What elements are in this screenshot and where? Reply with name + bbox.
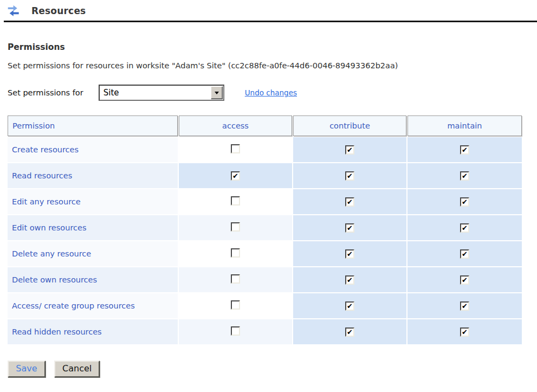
cell-contribute: ✔ <box>293 189 406 214</box>
permissions-table-body: Create resources ✔ ✔ Read resources ✔ ✔ … <box>8 137 522 344</box>
combo-dropdown-button[interactable] <box>211 86 223 99</box>
column-header-permission: Permission <box>8 115 178 136</box>
role-select[interactable]: Site <box>99 85 224 101</box>
access-checkbox[interactable] <box>231 144 240 153</box>
cell-access <box>179 137 292 162</box>
cell-contribute: ✔ <box>293 163 406 188</box>
maintain-checkbox[interactable]: ✔ <box>460 301 469 311</box>
cell-access <box>179 241 292 266</box>
cell-contribute: ✔ <box>293 241 406 266</box>
permission-label: Access/ create group resources <box>8 293 178 318</box>
maintain-checkbox[interactable]: ✔ <box>460 145 469 155</box>
table-row: Read resources ✔ ✔ ✔ <box>8 163 522 188</box>
contribute-checkbox[interactable]: ✔ <box>345 145 354 155</box>
contribute-checkbox[interactable]: ✔ <box>345 249 354 259</box>
cell-contribute: ✔ <box>293 267 406 292</box>
role-select-value: Site <box>103 88 119 98</box>
undo-changes-link[interactable]: Undo changes <box>245 88 297 97</box>
cell-contribute: ✔ <box>293 137 406 162</box>
maintain-checkbox[interactable]: ✔ <box>460 171 469 181</box>
table-row: Read hidden resources ✔ ✔ <box>8 319 522 344</box>
cell-access: ✔ <box>179 163 292 188</box>
contribute-checkbox[interactable]: ✔ <box>345 327 354 337</box>
access-checkbox[interactable] <box>231 274 240 284</box>
column-header-access: access <box>179 115 292 136</box>
cell-maintain: ✔ <box>407 241 522 266</box>
cancel-button[interactable]: Cancel <box>54 361 100 377</box>
permissions-description: Set permissions for resources in worksit… <box>8 61 537 70</box>
role-selector-row: Set permissions for Site Undo changes <box>8 85 537 101</box>
cell-access <box>179 293 292 318</box>
contribute-checkbox[interactable]: ✔ <box>345 275 354 285</box>
cell-maintain: ✔ <box>407 319 522 344</box>
table-row: Delete own resources ✔ ✔ <box>8 267 522 292</box>
table-row: Create resources ✔ ✔ <box>8 137 522 162</box>
maintain-checkbox[interactable]: ✔ <box>460 197 469 207</box>
action-buttons: Save Cancel <box>8 361 537 377</box>
permission-label: Edit any resource <box>8 189 178 214</box>
cell-access <box>179 189 292 214</box>
access-checkbox[interactable] <box>231 196 240 205</box>
cell-contribute: ✔ <box>293 319 406 344</box>
cell-access <box>179 215 292 240</box>
table-row: Delete any resource ✔ ✔ <box>8 241 522 266</box>
contribute-checkbox[interactable]: ✔ <box>345 223 354 233</box>
access-checkbox[interactable] <box>231 300 240 310</box>
permission-label: Read hidden resources <box>8 319 178 344</box>
cell-maintain: ✔ <box>407 267 522 292</box>
cell-contribute: ✔ <box>293 215 406 240</box>
access-checkbox[interactable] <box>231 248 240 258</box>
cell-maintain: ✔ <box>407 293 522 318</box>
sync-arrows-icon <box>7 5 21 17</box>
maintain-checkbox[interactable]: ✔ <box>460 327 469 337</box>
contribute-checkbox[interactable]: ✔ <box>345 197 354 207</box>
cell-maintain: ✔ <box>407 189 522 214</box>
maintain-checkbox[interactable]: ✔ <box>460 275 469 285</box>
access-checkbox[interactable] <box>231 222 240 232</box>
maintain-checkbox[interactable]: ✔ <box>460 223 469 233</box>
save-button[interactable]: Save <box>8 361 46 377</box>
access-checkbox[interactable] <box>231 326 240 336</box>
page-title: Resources <box>31 5 86 16</box>
chevron-down-icon <box>215 92 219 97</box>
contribute-checkbox[interactable]: ✔ <box>345 171 354 181</box>
cell-access <box>179 319 292 344</box>
maintain-checkbox[interactable]: ✔ <box>460 249 469 259</box>
column-header-contribute: contribute <box>293 115 406 136</box>
tool-header: Resources <box>0 0 537 17</box>
permission-label: Create resources <box>8 137 178 162</box>
cell-maintain: ✔ <box>407 137 522 162</box>
cell-access <box>179 267 292 292</box>
header-divider <box>4 21 537 22</box>
table-header-row: Permission access contribute maintain <box>8 115 522 136</box>
permission-label: Edit own resources <box>8 215 178 240</box>
table-row: Access/ create group resources ✔ ✔ <box>8 293 522 318</box>
table-row: Edit any resource ✔ ✔ <box>8 189 522 214</box>
table-row: Edit own resources ✔ ✔ <box>8 215 522 240</box>
permission-label: Delete own resources <box>8 267 178 292</box>
permission-label: Read resources <box>8 163 178 188</box>
cell-maintain: ✔ <box>407 163 522 188</box>
cell-contribute: ✔ <box>293 293 406 318</box>
column-header-maintain: maintain <box>407 115 522 136</box>
cell-maintain: ✔ <box>407 215 522 240</box>
permission-label: Delete any resource <box>8 241 178 266</box>
role-selector-label: Set permissions for <box>8 88 83 97</box>
permissions-heading: Permissions <box>8 42 537 52</box>
access-checkbox[interactable]: ✔ <box>231 171 240 181</box>
contribute-checkbox[interactable]: ✔ <box>345 301 354 311</box>
permissions-table: Permission access contribute maintain Cr… <box>7 114 523 345</box>
